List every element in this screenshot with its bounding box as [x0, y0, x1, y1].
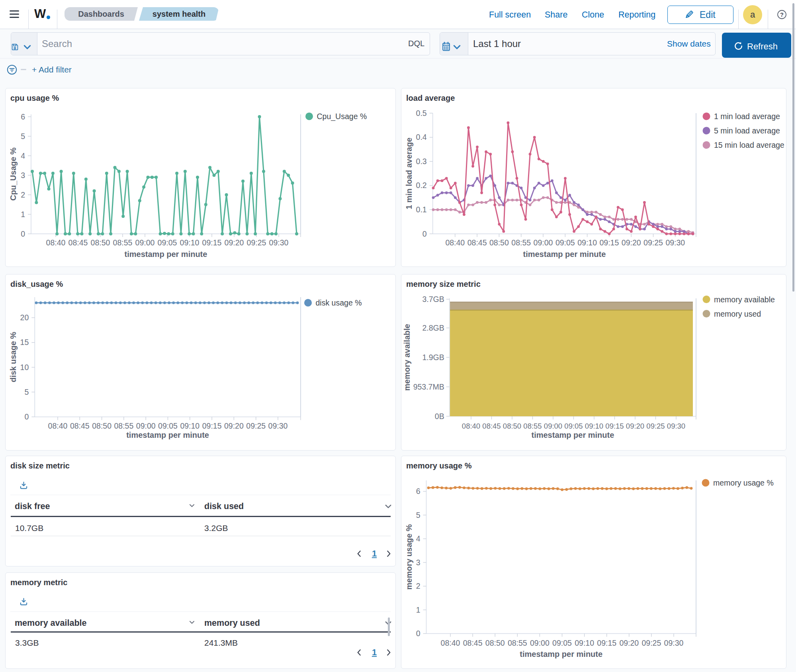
svg-text:0.5: 0.5	[416, 109, 427, 118]
svg-text:1.9GB: 1.9GB	[422, 353, 444, 362]
svg-text:08:45: 08:45	[70, 421, 90, 430]
svg-text:08:50: 08:50	[503, 422, 521, 430]
svg-text:1 min load average: 1 min load average	[405, 137, 413, 209]
svg-text:4: 4	[416, 534, 420, 543]
svg-text:09:30: 09:30	[269, 238, 289, 247]
svg-text:1: 1	[416, 605, 420, 614]
svg-text:08:40: 08:40	[46, 238, 66, 247]
svg-text:09:00: 09:00	[136, 421, 156, 430]
svg-text:5: 5	[24, 388, 29, 396]
svg-text:09:15: 09:15	[202, 421, 222, 430]
svg-text:09:10: 09:10	[575, 639, 594, 647]
svg-text:memory usage %: memory usage %	[713, 478, 774, 487]
svg-text:0: 0	[422, 229, 427, 238]
svg-text:timestamp per minute: timestamp per minute	[531, 431, 614, 439]
svg-text:08:55: 08:55	[508, 639, 527, 647]
svg-text:5: 5	[416, 511, 420, 519]
svg-text:09:05: 09:05	[552, 639, 572, 647]
svg-text:09:30: 09:30	[664, 639, 684, 647]
svg-text:08:45: 08:45	[467, 238, 487, 247]
svg-text:09:20: 09:20	[626, 422, 644, 430]
svg-text:08:50: 08:50	[485, 639, 505, 647]
svg-text:08:55: 08:55	[113, 238, 133, 247]
svg-text:09:30: 09:30	[667, 422, 685, 430]
svg-text:09:15: 09:15	[597, 639, 616, 647]
svg-text:2: 2	[416, 582, 420, 590]
svg-text:08:50: 08:50	[91, 238, 110, 247]
svg-text:09:25: 09:25	[247, 238, 266, 247]
svg-text:0: 0	[24, 412, 29, 421]
svg-text:09:25: 09:25	[643, 238, 663, 247]
svg-text:08:45: 08:45	[463, 639, 483, 647]
svg-text:Cpu_Usage %: Cpu_Usage %	[317, 112, 367, 121]
svg-text:1: 1	[21, 210, 25, 219]
svg-text:timestamp per minute: timestamp per minute	[520, 650, 602, 658]
svg-text:09:00: 09:00	[534, 238, 553, 247]
svg-text:09:20: 09:20	[622, 238, 641, 247]
svg-text:disk usage %: disk usage %	[316, 298, 362, 307]
svg-text:08:40: 08:40	[445, 238, 465, 247]
svg-text:0: 0	[21, 229, 25, 238]
svg-text:0: 0	[416, 629, 420, 638]
svg-text:timestamp per minute: timestamp per minute	[523, 250, 606, 259]
svg-text:timestamp per minute: timestamp per minute	[125, 250, 207, 259]
svg-text:09:05: 09:05	[555, 238, 575, 247]
svg-text:2.8GB: 2.8GB	[422, 323, 444, 332]
svg-text:08:45: 08:45	[68, 238, 88, 247]
svg-text:memory available: memory available	[714, 295, 775, 304]
svg-text:09:05: 09:05	[158, 238, 177, 247]
svg-text:5: 5	[21, 132, 25, 141]
svg-text:953.7MB: 953.7MB	[413, 382, 444, 391]
svg-text:08:40: 08:40	[48, 421, 68, 430]
svg-text:08:55: 08:55	[511, 238, 531, 247]
svg-text:timestamp per minute: timestamp per minute	[126, 431, 209, 439]
svg-text:08:50: 08:50	[92, 421, 111, 430]
svg-text:5 min load average: 5 min load average	[714, 126, 780, 135]
svg-text:09:20: 09:20	[225, 238, 244, 247]
svg-text:09:00: 09:00	[544, 422, 562, 430]
svg-text:09:10: 09:10	[180, 238, 199, 247]
svg-text:6: 6	[21, 112, 25, 121]
svg-text:08:40: 08:40	[441, 639, 460, 647]
svg-text:memory usage %: memory usage %	[405, 524, 413, 590]
svg-text:09:00: 09:00	[530, 639, 550, 647]
svg-text:6: 6	[416, 487, 420, 496]
svg-text:09:25: 09:25	[646, 422, 665, 430]
svg-text:0.3: 0.3	[416, 157, 427, 166]
svg-text:09:25: 09:25	[641, 639, 661, 647]
svg-text:09:20: 09:20	[224, 421, 244, 430]
svg-text:memory available: memory available	[403, 324, 411, 391]
svg-text:09:15: 09:15	[605, 422, 624, 430]
svg-text:09:10: 09:10	[577, 238, 597, 247]
svg-text:memory used: memory used	[714, 310, 761, 318]
svg-text:0.1: 0.1	[416, 205, 427, 214]
svg-text:08:45: 08:45	[482, 422, 501, 430]
svg-text:15 min load average: 15 min load average	[714, 141, 784, 149]
svg-text:4: 4	[21, 151, 25, 160]
svg-text:09:10: 09:10	[180, 421, 199, 430]
svg-text:08:40: 08:40	[462, 422, 480, 430]
svg-text:disk usage %: disk usage %	[9, 332, 18, 382]
svg-text:0.4: 0.4	[416, 133, 427, 141]
svg-text:3: 3	[416, 558, 420, 567]
svg-text:08:55: 08:55	[114, 421, 133, 430]
svg-text:0.2: 0.2	[416, 181, 427, 190]
svg-text:09:30: 09:30	[665, 238, 685, 247]
svg-text:09:15: 09:15	[202, 238, 222, 247]
svg-text:1 min load average: 1 min load average	[714, 112, 780, 121]
svg-text:09:25: 09:25	[246, 421, 266, 430]
svg-text:15: 15	[20, 338, 29, 347]
svg-text:3: 3	[21, 171, 25, 180]
svg-text:2: 2	[21, 190, 25, 199]
svg-text:20: 20	[20, 313, 29, 322]
svg-text:09:15: 09:15	[599, 238, 619, 247]
svg-text:09:30: 09:30	[268, 421, 288, 430]
svg-text:10: 10	[20, 363, 29, 372]
svg-text:08:55: 08:55	[523, 422, 542, 430]
svg-text:09:00: 09:00	[135, 238, 155, 247]
svg-text:08:50: 08:50	[489, 238, 509, 247]
svg-text:09:10: 09:10	[585, 422, 603, 430]
svg-text:Cpu_Usage %: Cpu_Usage %	[9, 147, 18, 201]
svg-text:0B: 0B	[435, 412, 444, 421]
svg-text:09:05: 09:05	[158, 421, 178, 430]
